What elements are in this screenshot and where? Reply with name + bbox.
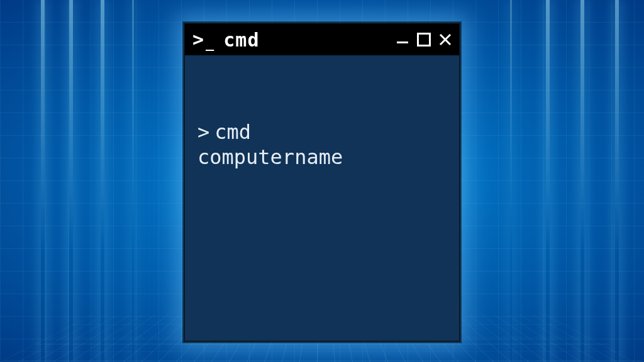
close-icon: [439, 33, 452, 46]
terminal-prompt-icon: >_: [192, 30, 214, 49]
prompt-char: >: [197, 120, 209, 144]
background-light-streak: [132, 0, 134, 362]
background-light-streak: [41, 0, 45, 362]
maximize-button[interactable]: [416, 32, 431, 47]
terminal-line: computername: [197, 145, 447, 170]
window-title: cmd: [223, 29, 395, 51]
background-light-streak: [580, 0, 584, 362]
background-light-streak: [615, 0, 619, 362]
background-light-streak: [101, 0, 104, 362]
terminal-line: >cmd: [197, 119, 447, 145]
terminal-body[interactable]: >cmdcomputername: [185, 55, 459, 341]
titlebar[interactable]: >_ cmd: [185, 24, 459, 55]
close-button[interactable]: [438, 32, 453, 47]
window-controls: [395, 32, 453, 47]
minimize-button[interactable]: [395, 32, 410, 47]
terminal-window: >_ cmd >cmdcomputername: [184, 23, 460, 342]
command-text: computername: [197, 145, 343, 169]
background-light-streak: [510, 0, 512, 362]
background-light-streak: [546, 0, 550, 362]
command-text: cmd: [214, 120, 251, 144]
background-light-streak: [69, 0, 73, 362]
